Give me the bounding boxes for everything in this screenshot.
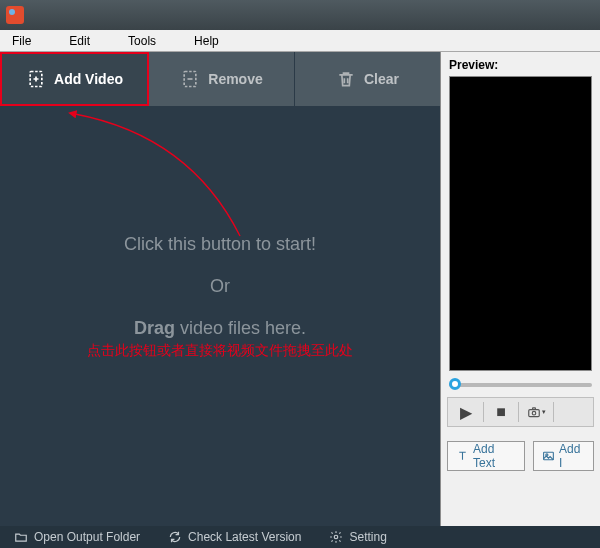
overlay-actions: Add Text Add I [447,441,594,471]
refresh-icon [168,530,182,544]
snapshot-button[interactable]: ▾ [521,400,551,424]
stop-button[interactable]: ■ [486,400,516,424]
drop-zone-text: Click this button to start! Or Drag vide… [0,226,440,346]
remove-button[interactable]: Remove [149,52,295,106]
open-output-label: Open Output Folder [34,530,140,544]
preview-viewport [449,76,592,371]
status-bar: Open Output Folder Check Latest Version … [0,526,600,548]
svg-point-3 [532,411,536,415]
add-text-button[interactable]: Add Text [447,441,525,471]
title-bar [0,0,600,30]
remove-label: Remove [208,71,262,87]
menu-tools[interactable]: Tools [128,34,156,48]
image-icon [542,449,555,463]
preview-label: Preview: [441,52,600,76]
add-image-label: Add I [559,442,585,470]
setting-label: Setting [349,530,386,544]
gear-icon [329,530,343,544]
main-toolbar: Add Video Remove Clear [0,52,440,106]
menu-bar: File Edit Tools Help [0,30,600,52]
preview-panel: Preview: ▶ ■ ▾ Add Text Add I [440,52,600,526]
drop-rest: video files here. [175,318,306,338]
camera-icon [527,405,541,419]
add-video-button[interactable]: Add Video [0,52,149,106]
file-plus-icon [26,69,46,89]
svg-point-6 [335,535,339,539]
drop-or: Or [0,268,440,304]
add-image-button[interactable]: Add I [533,441,594,471]
clear-label: Clear [364,71,399,87]
add-video-label: Add Video [54,71,123,87]
app-logo-icon [6,6,24,24]
drop-drag-word: Drag [134,318,175,338]
playback-controls: ▶ ■ ▾ [447,397,594,427]
workspace-panel: Add Video Remove Clear Click this button… [0,52,440,526]
annotation-text: 点击此按钮或者直接将视频文件拖拽至此处 [0,342,440,360]
open-output-folder-button[interactable]: Open Output Folder [0,530,154,544]
check-version-button[interactable]: Check Latest Version [154,530,315,544]
trash-icon [336,69,356,89]
file-minus-icon [180,69,200,89]
setting-button[interactable]: Setting [315,530,400,544]
menu-file[interactable]: File [12,34,31,48]
menu-help[interactable]: Help [194,34,219,48]
add-text-label: Add Text [473,442,516,470]
play-button[interactable]: ▶ [451,400,481,424]
svg-rect-2 [528,410,539,417]
drop-line1: Click this button to start! [124,234,316,254]
check-version-label: Check Latest Version [188,530,301,544]
clear-button[interactable]: Clear [295,52,440,106]
playback-slider[interactable] [449,377,592,393]
folder-icon [14,530,28,544]
menu-edit[interactable]: Edit [69,34,90,48]
text-icon [456,449,469,463]
